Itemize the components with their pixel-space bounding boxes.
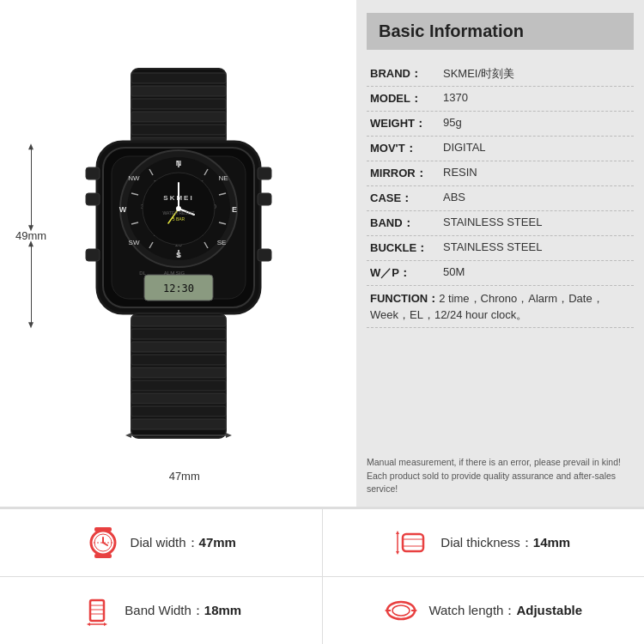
- svg-rect-64: [131, 406, 226, 416]
- info-key: MODEL：: [370, 91, 443, 106]
- info-row: MIRROR：RESIN: [367, 161, 634, 186]
- info-table: BRAND：SKMEI/时刻美MODEL：1370WEIGHT：95gMOV'T…: [367, 62, 634, 447]
- top-section: 49mm: [0, 0, 644, 507]
- info-key: BAND：: [370, 216, 443, 231]
- band-width-label: Band Width：: [125, 603, 204, 617]
- info-row: MODEL：1370: [367, 87, 634, 112]
- spec-cell-band-width: Band Width：18mm: [0, 577, 323, 644]
- watch-length-value: Adjustable: [516, 603, 582, 617]
- info-panel-title: Basic Information: [379, 21, 524, 40]
- svg-marker-88: [104, 623, 107, 626]
- svg-rect-58: [131, 329, 226, 339]
- svg-marker-68: [226, 433, 232, 438]
- svg-rect-59: [131, 342, 226, 352]
- svg-rect-2: [131, 86, 226, 96]
- svg-marker-80: [396, 531, 399, 534]
- info-row: CASE：ABS: [367, 186, 634, 211]
- svg-text:NE: NE: [218, 174, 228, 182]
- band-width-text: Band Width：18mm: [125, 603, 241, 619]
- info-key: CASE：: [370, 191, 443, 206]
- disclaimer: Manual measurement, if there is an error…: [367, 456, 634, 496]
- svg-text:WATER RESIST: WATER RESIST: [162, 210, 194, 216]
- spec-cell-dial-thickness: Dial thickness：14mm: [323, 509, 645, 576]
- spec-row-1: Dial width：47mm: [0, 509, 644, 577]
- info-key: BRAND：: [370, 66, 443, 82]
- svg-rect-1: [131, 73, 226, 83]
- svg-rect-51: [258, 167, 271, 179]
- svg-point-90: [392, 605, 410, 616]
- main-container: 49mm: [0, 0, 644, 644]
- svg-text:E: E: [231, 205, 236, 214]
- svg-rect-60: [131, 355, 226, 365]
- svg-rect-3: [131, 99, 226, 109]
- spec-cell-dial-width: Dial width：47mm: [0, 509, 323, 576]
- svg-text:SW: SW: [128, 239, 139, 246]
- band-width-icon: [80, 593, 114, 628]
- dial-thickness-value: 14mm: [533, 535, 570, 550]
- info-row: BAND：STAINLESS STEEL: [367, 211, 634, 236]
- band-width-value: 18mm: [204, 603, 241, 617]
- svg-rect-65: [131, 419, 226, 429]
- svg-rect-5: [131, 125, 226, 135]
- svg-text:12:30: 12:30: [162, 283, 193, 295]
- width-dimension-label: 47mm: [169, 470, 200, 483]
- info-key: MOV'T：: [370, 141, 443, 156]
- spec-cell-watch-length: Watch length：Adjustable: [323, 577, 645, 644]
- info-panel: Basic Information BRAND：SKMEI/时刻美MODEL：1…: [356, 0, 644, 507]
- svg-rect-57: [131, 316, 226, 326]
- svg-rect-4: [131, 112, 226, 122]
- svg-text:SE: SE: [216, 239, 226, 246]
- info-function-row: FUNCTION：2 time，Chrono，Alarm，Date，Week，E…: [367, 286, 634, 328]
- svg-rect-63: [131, 393, 226, 404]
- info-key: W／P：: [370, 265, 443, 281]
- info-value: ABS: [443, 191, 630, 204]
- spec-row-2: Band Width：18mm: [0, 577, 644, 644]
- svg-text:ALM SIG: ALM SIG: [163, 270, 185, 276]
- info-row: BRAND：SKMEI/时刻美: [367, 62, 634, 87]
- watch-area: 49mm: [0, 0, 356, 507]
- dial-width-text: Dial width：47mm: [131, 535, 236, 551]
- dial-thickness-label: Dial thickness：: [440, 535, 533, 550]
- svg-text:NW: NW: [128, 174, 140, 182]
- info-value: SKMEI/时刻美: [443, 66, 630, 82]
- info-value: DIGITAL: [443, 141, 630, 154]
- svg-text:5 BAR: 5 BAR: [172, 216, 185, 222]
- watch-side-icon: [396, 526, 430, 560]
- watch-dial-icon: [86, 526, 120, 560]
- info-value: 50M: [443, 265, 630, 278]
- disclaimer-line1: Manual measurement, if there is an error…: [367, 457, 621, 467]
- dial-thickness-text: Dial thickness：14mm: [440, 535, 570, 551]
- info-row: MOV'T：DIGITAL: [367, 137, 634, 161]
- svg-rect-50: [86, 167, 100, 179]
- svg-rect-54: [86, 249, 100, 261]
- svg-marker-87: [87, 623, 90, 626]
- info-value: STAINLESS STEEL: [443, 216, 630, 228]
- info-value: 95g: [443, 116, 630, 129]
- info-key: MIRROR：: [370, 166, 443, 181]
- svg-text:W: W: [118, 205, 126, 214]
- svg-point-89: [387, 602, 415, 619]
- svg-rect-55: [258, 249, 271, 261]
- info-value: RESIN: [443, 166, 630, 179]
- info-row: WEIGHT：95g: [367, 112, 634, 137]
- svg-marker-94: [415, 609, 417, 612]
- dial-width-label: Dial width：: [131, 535, 199, 550]
- info-row: BUCKLE：STAINLESS STEEL: [367, 236, 634, 261]
- info-value: STAINLESS STEEL: [443, 240, 630, 253]
- svg-rect-52: [86, 193, 100, 205]
- info-row: W／P：50M: [367, 261, 634, 286]
- watch-length-label: Watch length：: [428, 603, 516, 617]
- svg-marker-93: [385, 609, 387, 612]
- svg-marker-81: [396, 551, 399, 555]
- info-title-bar: Basic Information: [367, 13, 634, 50]
- svg-rect-82: [90, 600, 104, 621]
- svg-rect-61: [131, 368, 226, 378]
- info-key: WEIGHT：: [370, 116, 443, 131]
- watch-illustration: N NE E NW W SW S SE 00: [50, 64, 307, 442]
- info-key: BUCKLE：: [370, 240, 443, 256]
- watch-length-icon: [384, 593, 418, 628]
- svg-rect-62: [131, 380, 226, 391]
- svg-rect-76: [403, 534, 423, 551]
- svg-text:DL: DL: [139, 270, 146, 276]
- bottom-section: Dial width：47mm: [0, 507, 644, 644]
